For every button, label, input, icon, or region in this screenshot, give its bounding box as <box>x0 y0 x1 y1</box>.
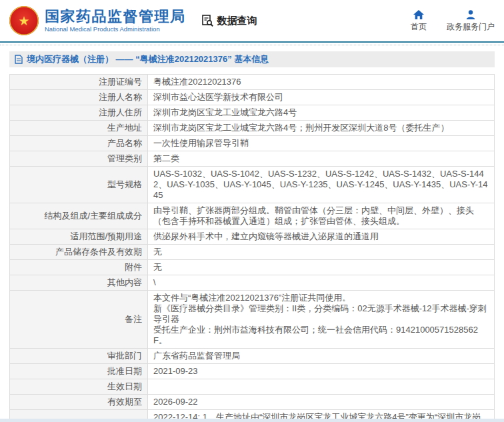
device-info-table: 注册证编号粤械注准20212021376注册人名称深圳市益心达医学新技术有限公司… <box>9 74 495 422</box>
top-nav: 首页 政务服务门户 <box>411 9 495 33</box>
field-label: 附件 <box>10 260 148 275</box>
nav-item-label: 首页 <box>411 21 427 33</box>
document-icon <box>15 55 23 64</box>
field-label: 注册证编号 <box>10 75 148 90</box>
field-value: 无 <box>148 260 495 275</box>
org-name-en: National Medical Products Administration <box>45 26 186 33</box>
field-label: 审批部门 <box>10 349 148 364</box>
table-row: 生效日期 <box>10 379 495 395</box>
field-value <box>148 379 495 395</box>
table-row: 产品储存条件及有效期无 <box>10 245 495 260</box>
national-emblem-logo: ★ <box>9 6 39 35</box>
field-value: 供泌尿外科手术中，建立内窥镜等器械进入泌尿道的通道用 <box>148 229 495 245</box>
table-row: 有效期至2026-09-22 <box>10 395 495 410</box>
field-value: 第二类 <box>148 151 495 167</box>
table-row: 审批部门广东省药品监督管理局 <box>10 349 495 364</box>
field-value-line: 本文件与“粤械注准20212021376”注册证共同使用。 <box>153 293 489 303</box>
field-value: 由导引鞘、扩张器两部分组成。鞘管由管体（分三层：内壁、中间层、外壁）、接头（包含… <box>148 203 495 229</box>
field-label: 生效日期 <box>10 379 148 395</box>
table-row: 注册证编号粤械注准20212021376 <box>10 75 495 90</box>
field-label: 管理类别 <box>10 151 148 167</box>
field-label: 生产地址 <box>10 121 148 136</box>
field-label: 注册人住所 <box>10 105 148 121</box>
field-value: 深圳市龙岗区宝龙工业城宝龙六路4号；荆州开发区深圳大道8号（委托生产） <box>148 121 495 136</box>
field-value: UAS-S-1032、UAS-S-1042、UAS-S-1232、UAS-S-1… <box>148 167 495 203</box>
field-value-line: 新《医疗器械分类目录》管理类别：II类，分类编码：02无源手术器械-12手术器械… <box>153 303 489 325</box>
nav-item-label: 政务服务门户 <box>447 21 495 33</box>
table-row: 产品名称一次性使用输尿管导引鞘 <box>10 136 495 151</box>
org-name-cn: 国家药品监督管理局 <box>45 8 186 25</box>
field-label: 结构及组成/主要组成成分 <box>10 203 148 229</box>
table-row: 附件无 <box>10 260 495 275</box>
breadcrumb: 境内医疗器械（注册） —— “粤械注准20212021376” 基本信息 <box>9 51 495 67</box>
field-value-line: 受托生产企业：荆州市益海科技有限公司；统一社会信用代码：914210005715… <box>153 325 489 346</box>
table-row: 其他内容\ <box>10 275 495 291</box>
table-row: 生产地址深圳市龙岗区宝龙工业城宝龙六路4号；荆州开发区深圳大道8号（委托生产） <box>10 121 495 136</box>
field-value: 无 <box>148 245 495 260</box>
field-label: 产品储存条件及有效期 <box>10 245 148 260</box>
field-label: 型号规格 <box>10 167 148 203</box>
field-value: 本文件与“粤械注准20212021376”注册证共同使用。新《医疗器械分类目录》… <box>148 291 495 349</box>
header-divider-dotted <box>0 45 504 45</box>
nav-item-home[interactable]: 首页 <box>411 9 427 33</box>
field-value: 广东省药品监督管理局 <box>148 349 495 364</box>
footer-strip <box>0 419 504 422</box>
data-query-button[interactable]: 数据查询 <box>201 14 257 27</box>
field-label: 有效期至 <box>10 395 148 410</box>
table-row: 批准日期2021-09-23 <box>10 364 495 379</box>
field-label: 产品名称 <box>10 136 148 151</box>
table-row: 备注本文件与“粤械注准20212021376”注册证共同使用。新《医疗器械分类目… <box>10 291 495 349</box>
table-row: 管理类别第二类 <box>10 151 495 167</box>
table-row: 型号规格UAS-S-1032、UAS-S-1042、UAS-S-1232、UAS… <box>10 167 495 203</box>
field-value: 一次性使用输尿管导引鞘 <box>148 136 495 151</box>
field-label: 注册人名称 <box>10 90 148 105</box>
field-label: 其他内容 <box>10 275 148 291</box>
field-value: 粤械注准20212021376 <box>148 75 495 90</box>
user-icon <box>465 9 476 20</box>
nmpa-brand: ★ 国家药品监督管理局 National Medical Products Ad… <box>9 6 186 35</box>
table-row: 注册人名称深圳市益心达医学新技术有限公司 <box>10 90 495 105</box>
field-value: 深圳市益心达医学新技术有限公司 <box>148 90 495 105</box>
nav-item-gov-portal[interactable]: 政务服务门户 <box>447 9 495 33</box>
field-value: 2026-09-22 <box>148 395 495 410</box>
home-icon <box>413 9 425 20</box>
field-value: 2021-09-23 <box>148 364 495 379</box>
site-header: ★ 国家药品监督管理局 National Medical Products Ad… <box>0 0 504 41</box>
table-row: 适用范围/预期用途供泌尿外科手术中，建立内窥镜等器械进入泌尿道的通道用 <box>10 229 495 245</box>
info-table-body: 注册证编号粤械注准20212021376注册人名称深圳市益心达医学新技术有限公司… <box>10 75 495 422</box>
data-query-icon <box>201 14 214 27</box>
field-value: 深圳市龙岗区宝龙工业城宝龙六路4号 <box>148 105 495 121</box>
field-label: 批准日期 <box>10 364 148 379</box>
field-label: 适用范围/预期用途 <box>10 229 148 245</box>
field-label: 备注 <box>10 291 148 349</box>
page-title: 境内医疗器械（注册） —— “粤械注准20212021376” 基本信息 <box>27 53 269 65</box>
data-query-label: 数据查询 <box>217 15 257 27</box>
table-row: 注册人住所深圳市龙岗区宝龙工业城宝龙六路4号 <box>10 105 495 121</box>
field-value: \ <box>148 275 495 291</box>
header-divider <box>0 41 504 43</box>
table-row: 结构及组成/主要组成成分由导引鞘、扩张器两部分组成。鞘管由管体（分三层：内壁、中… <box>10 203 495 229</box>
